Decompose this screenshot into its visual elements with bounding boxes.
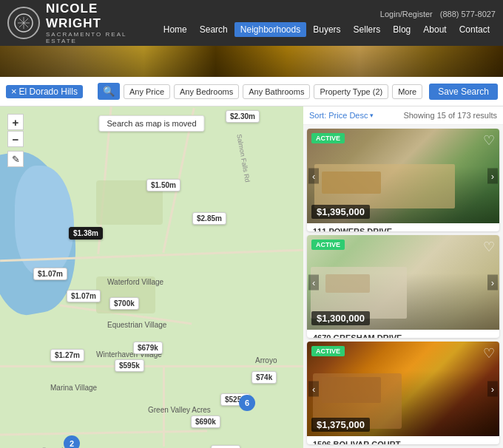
listing-prev-button[interactable]: ‹ xyxy=(308,381,319,397)
active-badge: ACTIVE xyxy=(311,346,345,356)
any-bedrooms-filter[interactable]: Any Bedrooms xyxy=(174,84,239,99)
listing-address: 111 POWERS DRIVE xyxy=(313,227,493,231)
map-controls: + − ✎ xyxy=(7,114,24,167)
logo-sub: SACRAMENTO REAL ESTATE xyxy=(46,31,147,44)
sort-arrow-icon: ▾ xyxy=(370,112,374,119)
area-label-equestrian: Equestrian Village xyxy=(107,321,166,329)
zoom-out-button[interactable]: − xyxy=(7,131,24,147)
nav-home[interactable]: Home xyxy=(158,22,193,37)
listing-details: 1506 BOLIVAR COURT EL DORADO HILLS, CA 9… xyxy=(307,436,499,444)
main-content: Waterford Village Equestrian Village Mar… xyxy=(0,106,503,448)
zoom-in-button[interactable]: + xyxy=(7,114,24,130)
listing-card[interactable]: ACTIVE ♡ $1,395,000 ‹ › 111 POWERS DRIVE… xyxy=(307,129,499,231)
listing-image: ACTIVE ♡ $1,395,000 ‹ › xyxy=(307,129,499,223)
header-top-links: Login/Register (888) 577-8027 xyxy=(380,10,496,18)
search-submit-button[interactable]: 🔍 xyxy=(98,83,120,100)
cluster-pin[interactable]: 2 xyxy=(64,435,80,448)
save-search-button[interactable]: Save Search xyxy=(429,84,498,100)
listing-prev-button[interactable]: ‹ xyxy=(308,275,319,291)
heart-icon[interactable]: ♡ xyxy=(483,239,495,255)
sort-label: Sort: Price Desc xyxy=(309,111,368,120)
nav: Home Search Neighborhoods Buyers Sellers… xyxy=(158,22,496,37)
tag-close[interactable]: × xyxy=(11,86,17,96)
listing-card[interactable]: ACTIVE ♡ $1,375,000 ‹ › 1506 BOLIVAR COU… xyxy=(307,342,499,444)
header: NICOLE WRIGHT SACRAMENTO REAL ESTATE Log… xyxy=(0,0,503,46)
price-pin[interactable]: $2.85m xyxy=(192,212,226,225)
listings-panel: Sort: Price Desc ▾ Showing 15 of 173 res… xyxy=(303,106,503,448)
header-right: Login/Register (888) 577-8027 Home Searc… xyxy=(158,10,496,37)
price-pin[interactable]: $1.27m xyxy=(50,349,84,362)
listing-image: ACTIVE ♡ $1,375,000 ‹ › xyxy=(307,342,499,436)
road-label-salmon-falls: Salmon Falls Rd xyxy=(235,134,251,183)
property-type-filter[interactable]: Property Type (2) xyxy=(314,84,388,99)
cluster-pin[interactable]: 6 xyxy=(239,395,255,411)
logo-icon xyxy=(7,7,40,39)
search-bar: × El Dorado Hills 🔍 Any Price Any Bedroo… xyxy=(0,77,503,106)
search-input[interactable] xyxy=(87,86,94,97)
listing-details: 4670 GRESHAM DRIVE EL DORADO HILLS, CA 9… xyxy=(307,330,499,338)
price-pin[interactable]: $865k xyxy=(211,445,240,448)
login-link[interactable]: Login/Register xyxy=(380,10,433,18)
search-icon: 🔍 xyxy=(103,86,115,97)
price-pin[interactable]: $690k xyxy=(191,415,220,428)
search-tag: × El Dorado Hills xyxy=(6,85,83,98)
nav-buyers[interactable]: Buyers xyxy=(307,22,346,37)
tag-label: El Dorado Hills xyxy=(19,86,78,97)
nav-blog[interactable]: Blog xyxy=(387,22,416,37)
price-pin[interactable]: $1.07m xyxy=(33,268,67,280)
nav-contact[interactable]: Contact xyxy=(453,22,496,37)
area-label-arroyo: Arroyo xyxy=(255,356,277,364)
any-bathrooms-filter[interactable]: Any Bathrooms xyxy=(243,84,310,99)
phone: (888) 577-8027 xyxy=(440,10,496,18)
heart-icon[interactable]: ♡ xyxy=(483,132,495,149)
price-pin[interactable]: $700k xyxy=(109,297,139,310)
sort-button[interactable]: Sort: Price Desc ▾ xyxy=(309,111,374,120)
listing-price-overlay: $1,395,000 xyxy=(311,205,370,219)
area-label-waterford: Waterford Village xyxy=(107,278,163,286)
logo-area: NICOLE WRIGHT SACRAMENTO REAL ESTATE xyxy=(7,1,147,44)
price-pin[interactable]: $1.50m xyxy=(146,179,180,191)
price-pin[interactable]: $74k xyxy=(252,371,277,384)
listing-price-overlay: $1,375,000 xyxy=(311,418,370,432)
area-label-marina: Marina Village xyxy=(50,384,97,392)
listing-address: 1506 BOLIVAR COURT xyxy=(313,440,493,444)
nav-search[interactable]: Search xyxy=(194,22,234,37)
heart-icon[interactable]: ♡ xyxy=(483,345,495,362)
edit-button[interactable]: ✎ xyxy=(7,151,24,167)
area-label-greenvalley: Green Valley Acres xyxy=(148,406,211,414)
nav-about[interactable]: About xyxy=(417,22,452,37)
price-pin[interactable]: $1.07m xyxy=(67,290,101,302)
active-badge: ACTIVE xyxy=(311,240,345,250)
price-pin[interactable]: $2.30m xyxy=(226,110,260,123)
hero-strip xyxy=(0,46,503,77)
map-area[interactable]: Waterford Village Equestrian Village Mar… xyxy=(0,106,303,448)
listing-next-button[interactable]: › xyxy=(487,275,498,291)
listing-details: 111 POWERS DRIVE EL DORADO HILLS, CA 957… xyxy=(307,223,499,231)
any-price-filter[interactable]: Any Price xyxy=(124,84,170,99)
listing-next-button[interactable]: › xyxy=(487,169,498,184)
active-badge: ACTIVE xyxy=(311,133,345,143)
search-as-moved-button[interactable]: Search as map is moved xyxy=(98,115,204,132)
logo-name: NICOLE WRIGHT xyxy=(46,1,147,31)
price-pin-selected[interactable]: $1.38m xyxy=(69,227,103,240)
nav-neighborhoods[interactable]: Neighborhoods xyxy=(234,22,306,37)
listings-header: Sort: Price Desc ▾ Showing 15 of 173 res… xyxy=(303,106,503,125)
results-count: Showing 15 of 173 results xyxy=(403,111,497,120)
nav-sellers[interactable]: Sellers xyxy=(348,22,387,37)
price-pin[interactable]: $595k xyxy=(115,359,144,372)
listing-image: ACTIVE ♡ $1,300,000 ‹ › xyxy=(307,235,499,330)
listing-address: 4670 GRESHAM DRIVE xyxy=(313,333,493,338)
logo-text: NICOLE WRIGHT SACRAMENTO REAL ESTATE xyxy=(46,1,147,44)
listing-card[interactable]: ACTIVE ♡ $1,300,000 ‹ › 4670 GRESHAM DRI… xyxy=(307,235,499,338)
listing-prev-button[interactable]: ‹ xyxy=(308,169,319,184)
more-filter[interactable]: More xyxy=(392,84,422,99)
listing-price-overlay: $1,300,000 xyxy=(311,311,370,325)
price-pin[interactable]: $679k xyxy=(133,342,163,354)
listing-next-button[interactable]: › xyxy=(487,381,498,397)
